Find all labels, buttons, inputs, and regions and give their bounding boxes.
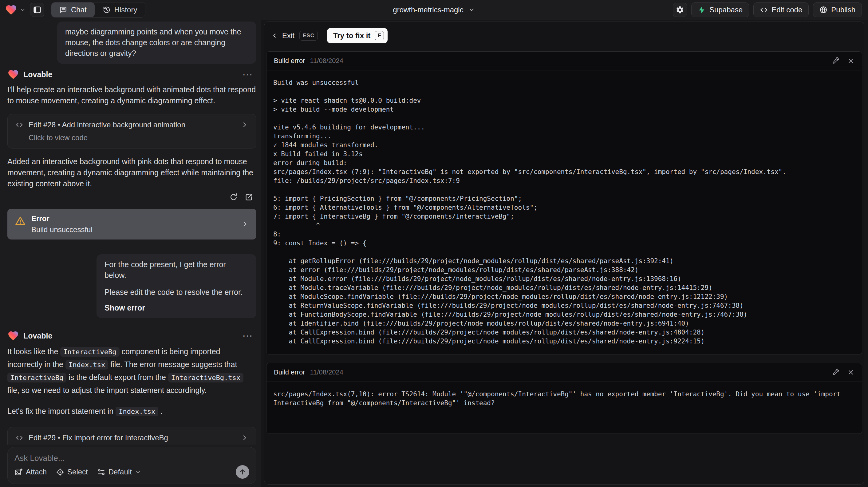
user-message: maybe diagramming points and when you mo… — [57, 22, 256, 64]
assistant-header: Lovable ⋯ — [7, 68, 256, 80]
fix-bar: Exit ESC Try to fix it F — [266, 22, 862, 43]
user-message-text: For the code present, I get the error be… — [104, 259, 248, 281]
chevron-right-icon — [241, 434, 249, 442]
crosshair-icon — [56, 468, 64, 476]
message-menu-button[interactable]: ⋯ — [242, 333, 253, 339]
error-card-subtitle: Build unsuccessful — [31, 225, 93, 234]
open-in-new-icon[interactable] — [245, 193, 253, 202]
chevron-right-icon — [241, 220, 249, 228]
assistant-name: Lovable — [23, 331, 52, 340]
preview-panel: Exit ESC Try to fix it F Build error 11/… — [264, 22, 864, 485]
assistant-name: Lovable — [23, 70, 52, 79]
error-panel-header: Build error 11/08/2024 — [267, 52, 862, 70]
assistant-message: Let's fix the import statement in Index.… — [7, 405, 256, 418]
history-icon — [103, 6, 111, 14]
project-name: growth-metrics-magic — [393, 5, 463, 14]
lovable-logo-menu[interactable] — [5, 4, 26, 16]
attach-label: Attach — [26, 468, 47, 476]
build-error-panel-1: Build error 11/08/2024 Build was unsucce… — [266, 51, 862, 355]
chevron-right-icon — [241, 121, 249, 129]
chat-history-switcher: Chat History — [51, 2, 145, 18]
lovable-heart-icon — [7, 330, 19, 342]
build-error-card[interactable]: Error Build unsuccessful — [7, 209, 256, 240]
attach-image-icon — [14, 468, 23, 476]
edit-code-button[interactable]: Edit code — [753, 2, 809, 17]
f-key-badge: F — [375, 31, 384, 40]
tab-history[interactable]: History — [95, 2, 145, 17]
close-icon[interactable] — [847, 57, 855, 65]
message-menu-button[interactable]: ⋯ — [242, 71, 253, 78]
gear-icon — [676, 5, 684, 14]
error-panel-date: 11/08/2024 — [310, 57, 343, 65]
message-actions — [7, 193, 256, 202]
chevron-down-icon — [135, 469, 141, 475]
exit-label: Exit — [282, 31, 294, 40]
edit-card-subtitle: Click to view code — [29, 133, 249, 142]
publish-button[interactable]: Publish — [813, 2, 862, 17]
wrench-icon[interactable] — [831, 368, 839, 376]
assistant-message: I'll help create an interactive backgrou… — [7, 84, 256, 106]
code-brackets-icon — [760, 6, 768, 14]
lovable-heart-icon — [7, 68, 19, 80]
chat-bubble-icon — [59, 6, 67, 14]
chat-messages: maybe diagramming points and when you mo… — [0, 20, 261, 445]
build-error-panel-2: Build error 11/08/2024 src/pages/Index.t… — [266, 363, 862, 434]
edit-card-title: Edit #28 • Add interactive background an… — [29, 121, 185, 129]
chevron-down-icon — [20, 7, 26, 13]
lovable-heart-icon — [5, 4, 17, 16]
assistant-message: Added an interactive background with pin… — [7, 156, 256, 189]
edit-code-label: Edit code — [772, 5, 802, 14]
wrench-icon[interactable] — [831, 57, 839, 65]
supabase-label: Supabase — [709, 5, 743, 14]
error-panel-title: Build error — [274, 368, 305, 376]
chat-input[interactable] — [14, 454, 249, 465]
top-bar: Chat History growth-metrics-magic S — [0, 0, 868, 20]
chevron-left-icon — [271, 32, 278, 39]
assistant-header: Lovable ⋯ — [7, 330, 256, 342]
select-label: Select — [67, 468, 88, 476]
mode-label: Default — [108, 468, 132, 476]
edit-card-28[interactable]: Edit #28 • Add interactive background an… — [7, 114, 256, 149]
assistant-message: It looks like the InteractiveBg componen… — [7, 345, 256, 396]
select-button[interactable]: Select — [56, 468, 88, 476]
error-panel-date: 11/08/2024 — [310, 368, 343, 376]
code-brackets-icon — [15, 121, 24, 129]
show-error-link[interactable]: Show error — [104, 303, 248, 313]
code-brackets-icon — [15, 433, 24, 442]
publish-label: Publish — [831, 5, 856, 14]
send-button[interactable] — [236, 465, 249, 479]
tab-history-label: History — [114, 5, 137, 14]
error-card-title: Error — [31, 214, 93, 223]
user-message-text: Please edit the code to resolve the erro… — [104, 287, 248, 298]
warning-triangle-icon — [15, 215, 26, 226]
tab-chat-label: Chat — [71, 5, 87, 14]
toggle-sidebar-button[interactable] — [30, 3, 44, 17]
build-log: Build was unsuccessful > vite_react_shad… — [267, 70, 862, 355]
edit-card-29[interactable]: Edit #29 • Fix import error for Interact… — [7, 427, 256, 445]
error-panel-title: Build error — [274, 57, 305, 65]
build-log: src/pages/Index.tsx(7,10): error TS2614:… — [267, 382, 862, 433]
retry-icon[interactable] — [229, 193, 238, 202]
exit-button[interactable]: Exit — [271, 31, 294, 40]
esc-key-badge: ESC — [299, 31, 318, 40]
chevron-down-icon — [468, 6, 475, 13]
settings-button[interactable] — [673, 3, 687, 17]
panel-left-icon — [33, 5, 41, 14]
edit-card-title: Edit #29 • Fix import error for Interact… — [29, 433, 168, 442]
sliders-icon — [97, 468, 105, 476]
mode-dropdown[interactable]: Default — [97, 468, 141, 476]
user-message: For the code present, I get the error be… — [96, 254, 256, 318]
globe-icon — [819, 6, 828, 14]
project-switcher[interactable]: growth-metrics-magic — [393, 5, 475, 14]
arrow-up-icon — [239, 468, 246, 476]
attach-button[interactable]: Attach — [14, 468, 47, 476]
try-to-fix-button[interactable]: Try to fix it F — [327, 28, 388, 43]
supabase-bolt-icon — [698, 6, 706, 14]
chat-panel: maybe diagramming points and when you mo… — [0, 20, 261, 487]
try-to-fix-label: Try to fix it — [333, 31, 370, 40]
close-icon[interactable] — [847, 369, 855, 376]
error-panel-header: Build error 11/08/2024 — [267, 363, 862, 382]
user-message-text: maybe diagramming points and when you mo… — [65, 27, 241, 58]
tab-chat[interactable]: Chat — [51, 2, 95, 17]
supabase-button[interactable]: Supabase — [691, 2, 749, 17]
